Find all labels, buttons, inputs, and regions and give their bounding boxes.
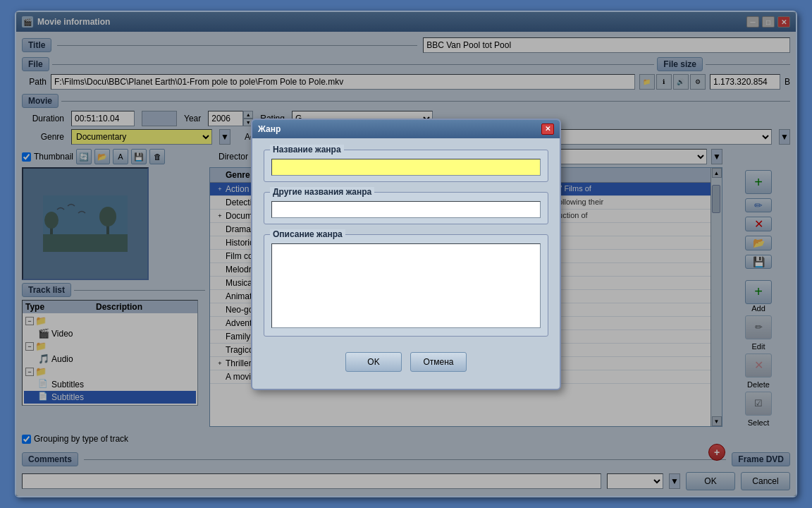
modal-buttons: OK Отмена — [264, 346, 548, 377]
modal-title-bar: Жанр ✕ — [252, 120, 560, 138]
modal-title: Жанр — [258, 124, 281, 134]
modal-field-1: Название жанра — [264, 150, 548, 182]
modal-field-2: Другие названия жанра — [264, 192, 548, 224]
modal-cancel-button[interactable]: Отмена — [410, 352, 467, 372]
modal-genre-name-input[interactable] — [271, 159, 541, 176]
modal-close-button[interactable]: ✕ — [541, 123, 554, 135]
modal-content: Название жанра Другие названия жанра Опи… — [252, 138, 560, 389]
modal-dialog: Жанр ✕ Название жанра Другие названия жа… — [251, 119, 561, 390]
modal-other-names-input[interactable] — [271, 201, 541, 218]
modal-overlay: Жанр ✕ Название жанра Другие названия жа… — [16, 12, 796, 496]
modal-field-2-label: Другие названия жанра — [270, 187, 374, 197]
modal-field-3: Описание жанра — [264, 234, 548, 337]
main-window: 🎬 Movie information ─ □ ✕ Title File Fil… — [15, 11, 797, 497]
modal-description-textarea[interactable] — [271, 243, 541, 328]
modal-field-3-label: Описание жанра — [270, 229, 345, 239]
modal-field-1-label: Название жанра — [270, 145, 344, 155]
modal-ok-button[interactable]: OK — [345, 352, 402, 372]
